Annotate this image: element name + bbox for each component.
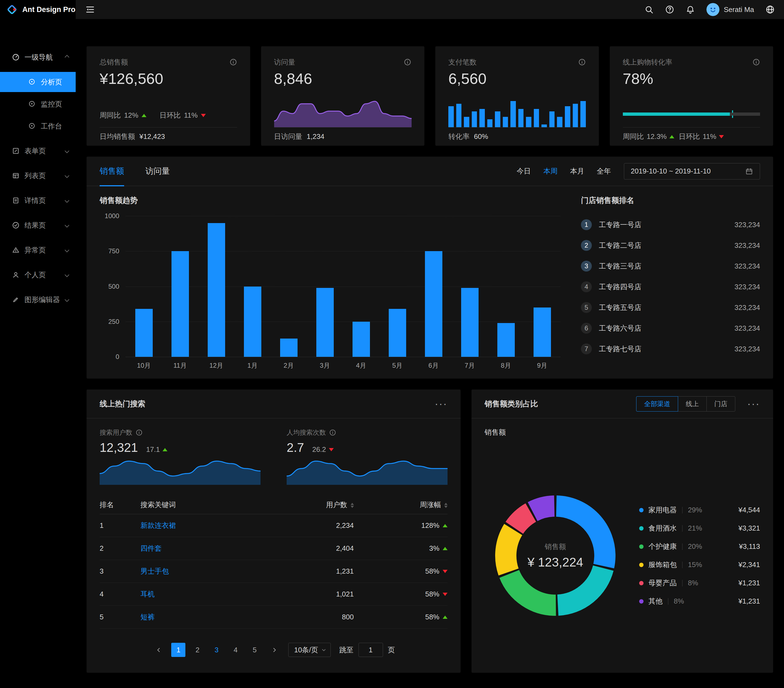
footer-label: 转化率 [448, 132, 469, 141]
warning-icon [12, 246, 20, 254]
legend-percent: 8% [688, 579, 698, 587]
bar[interactable] [352, 322, 370, 357]
wow-trend: 周同比 12.3% [623, 132, 675, 141]
rank-badge: 3 [581, 261, 592, 272]
tab-visits[interactable]: 访问量 [145, 157, 170, 186]
bar[interactable] [497, 323, 515, 357]
more-menu-icon[interactable]: ··· [435, 401, 448, 407]
info-icon[interactable] [229, 58, 237, 66]
bar[interactable] [389, 309, 406, 357]
sidebar-item-profile[interactable]: 详情页 [0, 190, 76, 211]
range-year[interactable]: 全年 [597, 167, 611, 176]
column-header-users[interactable]: 用户数 [260, 496, 354, 514]
page-button-4[interactable]: 4 [228, 643, 242, 657]
jump-page-input[interactable] [359, 643, 383, 657]
keyword-link[interactable]: 四件套 [140, 544, 162, 553]
keyword-link[interactable]: 短裤 [140, 613, 155, 621]
brand-logo-row[interactable]: Ant Design Pro [0, 0, 76, 19]
payments-mini-chart [448, 101, 586, 127]
x-axis-label: 11月 [162, 361, 198, 372]
trend-down-icon [443, 570, 448, 573]
channel-all-button[interactable]: 全部渠道 [636, 396, 678, 412]
cell-users: 2,404 [260, 537, 354, 560]
bar[interactable] [171, 251, 189, 357]
info-icon[interactable] [404, 58, 411, 66]
footer-value: 60% [474, 132, 488, 141]
sidebar-item-graph-editor[interactable]: 图形编辑器 [0, 290, 76, 310]
info-icon[interactable] [578, 58, 586, 66]
bar[interactable] [280, 338, 298, 357]
info-icon[interactable] [135, 429, 143, 436]
mini-bar [573, 104, 578, 127]
bar[interactable] [461, 288, 479, 357]
sidebar: Ant Design Pro 一级导航 分析页 监控页 [0, 0, 76, 688]
sidebar-item-form[interactable]: 表单页 [0, 141, 76, 161]
mini-bar [456, 104, 462, 127]
sidebar-item-result[interactable]: 结果页 [0, 215, 76, 235]
bar[interactable] [244, 287, 261, 357]
bar-slot [234, 216, 270, 357]
cell-users: 800 [260, 606, 354, 629]
trend-value: 12% [124, 111, 138, 120]
bar[interactable] [425, 251, 442, 357]
date-range-picker[interactable]: 2019-10-10 ~ 2019-11-10 [624, 163, 760, 180]
conversion-progress-bar [623, 112, 760, 116]
sidebar-item-list[interactable]: 列表页 [0, 166, 76, 186]
page-button-1[interactable]: 1 [171, 643, 185, 657]
cell-users: 1,021 [260, 583, 354, 606]
page-size-select[interactable]: 10条/页 [288, 643, 331, 657]
bar[interactable] [135, 309, 153, 357]
sidebar-item-analysis[interactable]: 分析页 [0, 72, 76, 92]
range-quick-links: 今日 本周 本月 全年 [517, 167, 611, 176]
bar-slot [343, 216, 379, 357]
page-button-3[interactable]: 3 [209, 643, 224, 657]
sidebar-item-monitor[interactable]: 监控页 [0, 94, 76, 114]
channel-store-button[interactable]: 门店 [707, 396, 735, 412]
legend-label: 家用电器 [649, 505, 677, 515]
channel-online-button[interactable]: 线上 [678, 396, 707, 412]
bar[interactable] [208, 223, 225, 357]
notification-bell-icon[interactable] [686, 5, 695, 14]
menu-fold-trigger-icon[interactable] [85, 4, 95, 15]
trend-label: 周同比 [623, 132, 644, 141]
prev-page-button[interactable] [152, 643, 166, 657]
bar[interactable] [316, 288, 334, 357]
legend-dot-icon [639, 526, 644, 531]
sidebar-item-exception[interactable]: 异常页 [0, 240, 76, 260]
bar[interactable] [534, 307, 551, 357]
cell-rank: 2 [100, 537, 140, 560]
keyword-link[interactable]: 新款连衣裙 [140, 521, 176, 530]
help-question-icon[interactable] [665, 5, 674, 14]
header: Serati Ma [76, 0, 784, 19]
cell-keyword: 男士手包 [140, 560, 260, 583]
next-page-button[interactable] [267, 643, 281, 657]
info-icon[interactable] [753, 58, 760, 66]
sidebar-item-workplace[interactable]: 工作台 [0, 116, 76, 136]
range-today[interactable]: 今日 [517, 167, 531, 176]
x-axis-label: 1月 [234, 361, 270, 372]
sidebar-item-level1-nav[interactable]: 一级导航 [0, 47, 76, 67]
page-button-5[interactable]: 5 [247, 643, 262, 657]
pen-icon [12, 296, 20, 304]
tab-sales[interactable]: 销售额 [100, 157, 124, 186]
more-menu-icon[interactable]: ··· [747, 401, 760, 407]
sorter-icon[interactable] [444, 503, 448, 508]
category-legend: 家用电器29%¥4,544食用酒水21%¥3,321个护健康20%¥3,113服… [639, 505, 760, 606]
sorter-icon[interactable] [351, 503, 354, 508]
conversion-progress-target [732, 110, 733, 118]
bar-slot [126, 216, 162, 357]
sales-ylabels: 10007505002500 [100, 216, 119, 357]
user-menu[interactable]: Serati Ma [707, 3, 754, 16]
stat-card-payments: 支付笔数 6,560 转化率 60% [435, 46, 599, 146]
search-icon[interactable] [644, 5, 654, 14]
page-button-2[interactable]: 2 [190, 643, 204, 657]
range-month[interactable]: 本月 [570, 167, 584, 176]
language-globe-icon[interactable] [766, 5, 775, 14]
keyword-link[interactable]: 男士手包 [140, 567, 169, 575]
legend-dot-icon [639, 581, 644, 585]
column-header-range[interactable]: 周涨幅 [354, 496, 448, 514]
range-week[interactable]: 本周 [544, 167, 558, 176]
sidebar-item-account[interactable]: 个人页 [0, 265, 76, 285]
keyword-link[interactable]: 耳机 [140, 590, 155, 598]
info-icon[interactable] [329, 429, 336, 436]
